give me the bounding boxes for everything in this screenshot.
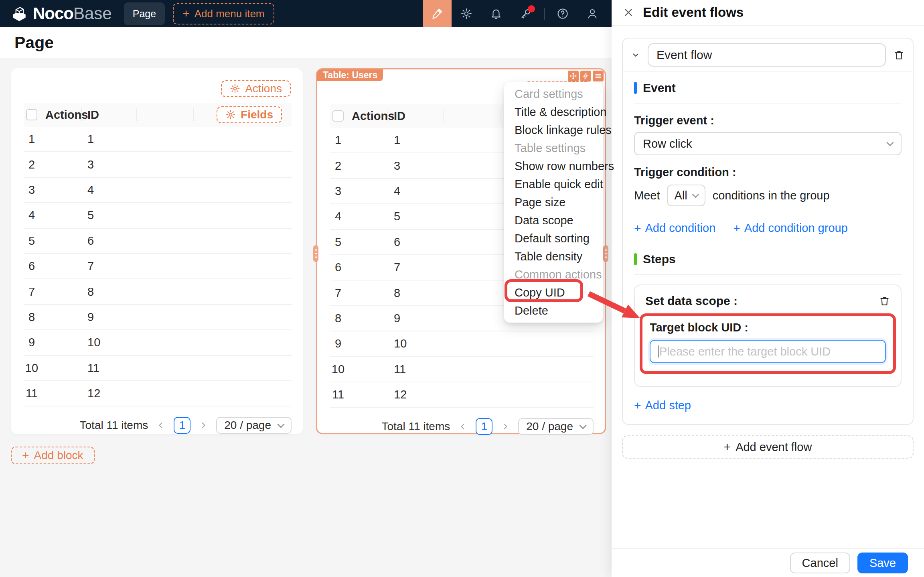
block-badge[interactable]: Table: Users: [317, 69, 383, 81]
block-menu-button[interactable]: [593, 71, 604, 81]
id-cell: 8: [82, 279, 137, 304]
actions-cell: [346, 280, 388, 305]
table-row[interactable]: 45: [24, 203, 292, 228]
menu-item-block-linkage-rules[interactable]: Block linkage rules: [504, 121, 603, 139]
add-block-button[interactable]: + Add block: [11, 447, 95, 464]
ui-editor-button[interactable]: [423, 0, 452, 27]
table-row[interactable]: 11: [24, 127, 292, 152]
step-title: Set data scope :: [645, 294, 738, 308]
close-drawer-button[interactable]: [623, 7, 634, 18]
add-menu-item-button[interactable]: + Add menu item: [173, 3, 274, 24]
trigger-event-select[interactable]: Row click: [634, 132, 902, 155]
menu-item-copy-uid[interactable]: Copy UID: [504, 284, 603, 302]
block-settings-menu: Card settingsTitle & descriptionBlock li…: [504, 82, 603, 323]
actions-cell: [40, 203, 82, 228]
help-button[interactable]: [548, 0, 578, 27]
table-row[interactable]: 89: [24, 305, 292, 330]
page-size-select[interactable]: 20 / page: [216, 417, 292, 434]
section-bar-icon: [634, 253, 637, 265]
settings-button[interactable]: [452, 0, 481, 27]
move-icon: [569, 72, 577, 80]
menu-item-page-size[interactable]: Page size: [504, 193, 603, 211]
table-row[interactable]: 1112: [330, 382, 594, 408]
table-row[interactable]: 23: [24, 152, 292, 177]
table-row[interactable]: 1011: [24, 356, 292, 381]
pagination-total: Total 11 items: [382, 420, 450, 433]
steps-section-label: Steps: [634, 252, 902, 266]
delete-flow-button[interactable]: [893, 49, 905, 61]
target-uid-input[interactable]: [650, 340, 886, 363]
page-number-button[interactable]: 1: [174, 417, 190, 434]
plus-icon: +: [182, 8, 190, 20]
actions-cell: [346, 306, 388, 331]
drawer-footer: Cancel Save: [612, 548, 924, 577]
next-page-button[interactable]: [500, 422, 510, 431]
actions-cell: [346, 153, 388, 178]
row-number-cell: 8: [24, 305, 40, 329]
block-resize-handle-left[interactable]: [313, 245, 318, 262]
menu-item-title-description[interactable]: Title & description: [504, 103, 603, 121]
trash-icon: [879, 295, 890, 307]
save-button[interactable]: Save: [857, 553, 908, 573]
id-cell: 5: [82, 203, 137, 228]
gear-icon: [460, 8, 472, 20]
row-number-cell: 11: [330, 382, 346, 407]
table-row[interactable]: 1112: [24, 381, 292, 406]
prev-page-button[interactable]: [156, 421, 166, 430]
api-keys-button[interactable]: [511, 0, 541, 27]
fields-designer-button[interactable]: Fields: [217, 106, 282, 123]
select-all-checkbox[interactable]: [26, 109, 37, 120]
table-row[interactable]: 1011: [330, 357, 594, 382]
select-all-checkbox[interactable]: [332, 110, 344, 122]
flow-name-input[interactable]: [648, 43, 886, 67]
table-row[interactable]: 910: [330, 331, 594, 357]
gear-icon: [230, 83, 240, 94]
block-resize-handle-right[interactable]: [603, 245, 608, 262]
menu-item-default-sorting[interactable]: Default sorting: [504, 230, 603, 248]
add-condition-group-link[interactable]: + Add condition group: [733, 221, 848, 235]
nocobase-logo[interactable]: NocoBase: [0, 4, 119, 23]
text-caret: [658, 345, 659, 358]
table-row[interactable]: 56: [24, 229, 292, 254]
menu-item-enable-quick-edit[interactable]: Enable quick edit: [504, 175, 603, 193]
user-button[interactable]: [578, 0, 607, 27]
condition-logic-select[interactable]: All: [667, 185, 705, 206]
id-cell: 3: [388, 153, 444, 178]
page-number-button[interactable]: 1: [476, 418, 492, 435]
nav-tab-page[interactable]: Page: [124, 2, 165, 25]
add-condition-link[interactable]: + Add condition: [634, 221, 715, 235]
id-cell: 4: [388, 179, 444, 203]
menu-item-delete[interactable]: Delete: [504, 302, 603, 320]
event-flow-button[interactable]: [580, 71, 591, 81]
cancel-button[interactable]: Cancel: [790, 553, 850, 573]
row-number-cell: 6: [24, 254, 40, 278]
menu-item-table-density[interactable]: Table density: [504, 248, 603, 266]
collapse-toggle[interactable]: [631, 50, 640, 60]
delete-step-button[interactable]: [879, 295, 890, 307]
table-row[interactable]: 67: [24, 254, 292, 279]
bell-icon: [490, 8, 502, 20]
notifications-button[interactable]: [481, 0, 511, 27]
logo-cube-icon: [10, 5, 28, 22]
section-bar-icon: [634, 82, 637, 94]
menu-item-show-row-numbers[interactable]: Show row numbers: [504, 157, 603, 175]
table-row[interactable]: 910: [24, 330, 292, 356]
actions-designer-button[interactable]: Actions: [221, 80, 291, 97]
add-event-flow-button[interactable]: + Add event flow: [622, 435, 914, 459]
table-row[interactable]: 78: [24, 279, 292, 305]
menu-item-data-scope[interactable]: Data scope: [504, 211, 603, 230]
row-number-cell: 1: [330, 128, 346, 152]
lightning-icon: [582, 72, 590, 80]
row-number-cell: 3: [24, 178, 40, 202]
page-size-select[interactable]: 20 / page: [518, 418, 594, 435]
id-cell: 5: [388, 204, 444, 229]
next-page-button[interactable]: [199, 421, 208, 430]
user-icon: [586, 8, 598, 20]
drag-block-button[interactable]: [568, 71, 579, 81]
id-cell: 1: [388, 128, 444, 152]
add-step-link[interactable]: + Add step: [634, 399, 691, 412]
table-row[interactable]: 34: [24, 178, 292, 203]
row-number-cell: 8: [330, 306, 346, 331]
left-table-body: 112334455667788991010111112: [11, 127, 303, 406]
prev-page-button[interactable]: [458, 422, 468, 431]
